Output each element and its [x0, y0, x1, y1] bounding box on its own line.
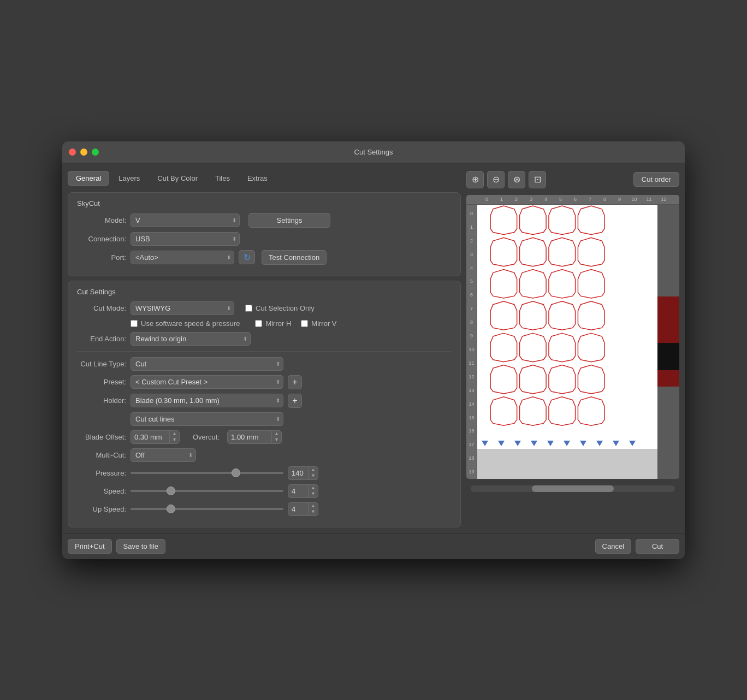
ruler-mark-4: 4: [538, 197, 553, 202]
up-speed-value[interactable]: [288, 503, 308, 515]
canvas-gray-area: [477, 449, 657, 479]
blade-offset-value[interactable]: [131, 431, 169, 443]
strip-red-block2: [657, 370, 679, 387]
tab-cut-by-color[interactable]: Cut By Color: [149, 171, 206, 186]
pressure-value[interactable]: [288, 467, 308, 479]
connection-label: Connection:: [77, 235, 126, 243]
arrow-5: [547, 441, 554, 446]
overcut-down[interactable]: ▼: [272, 437, 281, 443]
horizontal-scrollbar[interactable]: [471, 485, 675, 492]
ruler-mark-0: 0: [479, 197, 494, 202]
tab-layers[interactable]: Layers: [110, 171, 148, 186]
cut-button[interactable]: Cut: [636, 539, 679, 554]
pressure-slider-container: ▲ ▼: [131, 466, 318, 480]
cut-settings-section: Cut Settings Cut Mode: WYSIWYG ⬍ Cut Sel…: [68, 281, 461, 527]
cut-mode-select[interactable]: WYSIWYG: [131, 301, 234, 315]
tab-general[interactable]: General: [68, 171, 109, 186]
cut-selection-only-checkbox[interactable]: [245, 305, 252, 312]
blade-offset-input[interactable]: ▲ ▼: [131, 430, 180, 444]
ruler-v-8: 8: [466, 316, 477, 329]
left-panel: General Layers Cut By Color Tiles Extras…: [68, 169, 461, 527]
cut-mode-label: Cut Mode:: [77, 304, 126, 312]
use-software-row: Use software speed & pressure Mirror H M…: [77, 319, 452, 328]
preset-add-button[interactable]: +: [288, 375, 302, 389]
pressure-spinner[interactable]: ▲ ▼: [288, 466, 318, 480]
pressure-slider[interactable]: [131, 472, 283, 474]
blade-offset-up[interactable]: ▲: [170, 431, 179, 437]
overcut-arrows: ▲ ▼: [271, 431, 281, 443]
pressure-up[interactable]: ▲: [309, 467, 318, 473]
tab-tiles[interactable]: Tiles: [207, 171, 238, 186]
use-software-checkbox[interactable]: [131, 320, 138, 327]
zoom-out-button[interactable]: ⊖: [487, 171, 505, 188]
mirror-v-checkbox[interactable]: [301, 320, 308, 327]
ruler-v-19: 19: [466, 465, 477, 479]
holder-sub-select-wrapper: Cut cut lines ⬍: [131, 412, 283, 426]
overcut-input[interactable]: ▲ ▼: [227, 430, 282, 444]
cut-order-button[interactable]: Cut order: [633, 172, 679, 187]
connection-select-wrapper: USB ⬍: [131, 232, 240, 246]
test-connection-button[interactable]: Test Connection: [262, 250, 327, 265]
settings-button[interactable]: Settings: [248, 213, 330, 228]
reset-button[interactable]: ⊡: [529, 171, 546, 188]
scrollbar-thumb[interactable]: [532, 485, 614, 492]
cut-line-type-select[interactable]: Cut: [131, 357, 283, 371]
holder-sub-select[interactable]: Cut cut lines: [131, 412, 283, 426]
white-canvas: [477, 205, 657, 479]
ruler-v-11: 11: [466, 356, 477, 370]
minimize-button[interactable]: [80, 149, 87, 156]
holder-select[interactable]: Blade (0.30 mm, 1.00 mm): [131, 394, 283, 407]
end-action-label: End Action:: [77, 335, 126, 343]
up-speed-down[interactable]: ▼: [309, 509, 318, 515]
close-button[interactable]: [69, 149, 76, 156]
save-to-file-button[interactable]: Save to file: [116, 539, 165, 554]
mirror-h-checkbox[interactable]: [255, 320, 262, 327]
speed-spinner[interactable]: ▲ ▼: [288, 484, 318, 498]
bottom-right-buttons: Cancel Cut: [595, 539, 679, 554]
overcut-up[interactable]: ▲: [272, 431, 281, 437]
cancel-button[interactable]: Cancel: [595, 539, 631, 554]
tab-extras[interactable]: Extras: [239, 171, 276, 186]
holder-row: Holder: Blade (0.30 mm, 1.00 mm) ⬍ +: [77, 394, 452, 408]
up-speed-up[interactable]: ▲: [309, 503, 318, 509]
up-speed-slider[interactable]: [131, 508, 283, 510]
speed-slider[interactable]: [131, 490, 283, 492]
main-window: Cut Settings General Layers Cut By Color…: [62, 141, 685, 559]
port-select-wrapper: <Auto> ⬍: [131, 251, 234, 264]
ruler-v-0: 0: [466, 207, 477, 221]
ruler-v-12: 12: [466, 370, 477, 383]
port-row: Port: <Auto> ⬍ ↻ Test Connection: [77, 250, 452, 265]
preset-select[interactable]: < Custom Cut Preset >: [131, 375, 283, 389]
multi-cut-row: Multi-Cut: Off ⬍: [77, 448, 452, 462]
connection-select[interactable]: USB: [131, 232, 240, 246]
port-select[interactable]: <Auto>: [131, 251, 234, 264]
bottom-bar: Print+Cut Save to file Cancel Cut: [62, 533, 685, 559]
cut-line-type-select-wrapper: Cut ⬍: [131, 357, 283, 371]
overcut-value[interactable]: [228, 431, 271, 443]
port-label: Port:: [77, 253, 126, 262]
refresh-button[interactable]: ↻: [239, 250, 255, 264]
speed-value[interactable]: [288, 485, 308, 497]
ruler-v-4: 4: [466, 261, 477, 275]
ruler-v-7: 7: [466, 302, 477, 316]
blade-offset-down[interactable]: ▼: [170, 437, 179, 443]
maximize-button[interactable]: [92, 149, 99, 156]
arrow-8: [596, 441, 603, 446]
up-speed-row: Up Speed: ▲ ▼: [77, 502, 452, 516]
ruler-mark-7: 7: [583, 197, 597, 202]
end-action-select[interactable]: Rewind to origin: [131, 332, 251, 346]
speed-up[interactable]: ▲: [309, 485, 318, 491]
print-cut-button[interactable]: Print+Cut: [68, 539, 112, 554]
speed-row: Speed: ▲ ▼: [77, 484, 452, 498]
multi-cut-select[interactable]: Off: [131, 448, 196, 462]
speed-down[interactable]: ▼: [309, 491, 318, 497]
up-speed-spinner[interactable]: ▲ ▼: [288, 502, 318, 516]
model-select[interactable]: V: [131, 213, 240, 227]
fit-button[interactable]: ⊛: [508, 171, 525, 188]
mirror-v-label: Mirror V: [311, 319, 336, 328]
mirror-v-row: Mirror V: [301, 319, 336, 328]
pressure-down[interactable]: ▼: [309, 473, 318, 479]
ruler-left: 0 1 2 3 4 5 6 7 8 9 10 11 12 13: [466, 205, 477, 479]
holder-add-button[interactable]: +: [288, 394, 302, 408]
zoom-in-button[interactable]: ⊕: [466, 171, 484, 188]
